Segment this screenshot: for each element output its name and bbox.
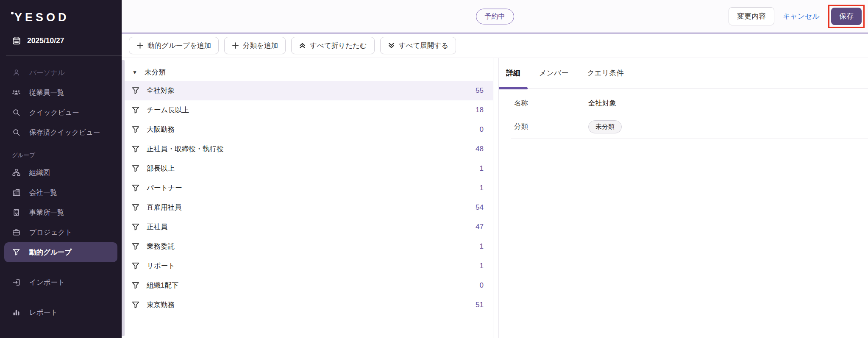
group-row[interactable]: サポート 1 <box>125 256 493 276</box>
plus-icon <box>232 42 239 49</box>
sidebar-item-quick-view[interactable]: クイックビュー <box>0 103 122 122</box>
group-row[interactable]: 正社員・取締役・執行役 48 <box>125 139 493 159</box>
groups-toolbar: 動的グループを追加 分類を追加 すべて折りたたむ すべて展開する <box>122 33 868 58</box>
sidebar-item-offices[interactable]: 事業所一覧 <box>0 202 122 222</box>
search-icon <box>12 108 21 117</box>
detail-fields: 名称 全社対象 分類 未分類 <box>499 89 868 139</box>
date-picker[interactable]: 2025/10/27 <box>0 36 122 45</box>
group-name: チーム長以上 <box>147 105 189 115</box>
group-name: 大阪勤務 <box>147 125 175 134</box>
chevrons-up-icon <box>299 42 306 49</box>
funnel-icon <box>131 144 140 154</box>
collapse-all-button[interactable]: すべて折りたたむ <box>291 37 375 54</box>
category-badge: 未分類 <box>588 120 622 133</box>
status-badge: 予約中 <box>476 8 514 24</box>
tab-query-conditions[interactable]: クエリ条件 <box>580 58 631 89</box>
main-area: 予約中 変更内容 キャンセル 保存 動的グループを追加 分類を追加 すべて折りた… <box>122 0 868 338</box>
tab-details[interactable]: 詳細 <box>499 58 528 89</box>
panel-splitter[interactable] <box>493 58 499 338</box>
funnel-icon <box>12 248 21 257</box>
group-count: 1 <box>480 262 484 270</box>
group-row[interactable]: 大阪勤務 0 <box>125 120 493 139</box>
top-bar: 予約中 変更内容 キャンセル 保存 <box>122 0 868 33</box>
group-row[interactable]: 組織1配下 0 <box>125 276 493 295</box>
sidebar-item-dynamic-groups[interactable]: 動的グループ <box>4 242 117 262</box>
bar-chart-icon <box>12 308 21 317</box>
content-split: ▼ 未分類 全社対象 55 チーム長以上 18 大阪勤務 0 <box>122 58 868 338</box>
sidebar-item-label: プロジェクト <box>29 228 72 237</box>
sidebar-nav: パーソナル 従業員一覧 クイックビュー 保存済クイ <box>0 63 122 322</box>
funnel-icon <box>131 125 140 134</box>
group-row[interactable]: 正社員 47 <box>125 217 493 237</box>
category-header-uncategorized[interactable]: ▼ 未分類 <box>125 64 493 81</box>
group-count: 51 <box>476 301 484 309</box>
logo-text: YESOD <box>14 11 70 24</box>
sidebar-item-import[interactable]: インポート <box>0 272 122 292</box>
group-count: 0 <box>480 281 484 290</box>
funnel-icon <box>131 242 140 251</box>
group-row[interactable]: パートナー 1 <box>125 178 493 198</box>
cancel-link[interactable]: キャンセル <box>783 11 820 21</box>
group-row[interactable]: 部長以上 1 <box>125 159 493 178</box>
sidebar-item-companies[interactable]: 会社一覧 <box>0 183 122 202</box>
sidebar-item-employees[interactable]: 従業員一覧 <box>0 83 122 103</box>
group-count: 54 <box>476 203 484 212</box>
add-dynamic-group-button[interactable]: 動的グループを追加 <box>129 37 219 54</box>
sidebar-item-org-chart[interactable]: 組織図 <box>0 163 122 183</box>
tab-members[interactable]: メンバー <box>532 58 576 89</box>
org-chart-icon <box>12 168 21 177</box>
sidebar: YESOD 2025/10/27 パーソナル 従業員 <box>0 0 122 338</box>
group-count: 0 <box>480 125 484 134</box>
add-category-button[interactable]: 分類を追加 <box>224 37 286 54</box>
sidebar-item-projects[interactable]: プロジェクト <box>0 222 122 242</box>
group-count: 47 <box>476 223 484 231</box>
calendar-icon <box>12 36 21 45</box>
logo-dot-icon <box>11 12 14 14</box>
field-label: 名称 <box>514 99 588 108</box>
funnel-icon <box>131 222 140 232</box>
group-name: 組織1配下 <box>147 281 178 290</box>
group-name: 正社員 <box>147 222 168 232</box>
group-name: 業務委託 <box>147 242 175 251</box>
group-count: 1 <box>480 242 484 251</box>
sidebar-item-label: 動的グループ <box>29 248 72 257</box>
buildings-icon <box>12 188 21 197</box>
expand-all-button[interactable]: すべて展開する <box>380 37 456 54</box>
button-label: 分類を追加 <box>243 41 278 50</box>
sidebar-item-saved-quick-view[interactable]: 保存済クイックビュー <box>0 122 122 142</box>
save-annotation-highlight: 保存 <box>828 5 865 28</box>
group-name: 部長以上 <box>147 164 175 173</box>
group-row[interactable]: 東京勤務 51 <box>125 295 493 315</box>
group-row[interactable]: 直雇用社員 54 <box>125 198 493 217</box>
sidebar-item-label: 従業員一覧 <box>29 88 64 97</box>
field-row-category: 分類 未分類 <box>511 115 868 139</box>
sidebar-item-reports[interactable]: レポート <box>0 302 122 322</box>
funnel-icon <box>131 105 140 115</box>
sidebar-item-label: 事業所一覧 <box>29 208 64 217</box>
group-row[interactable]: 全社対象 55 <box>125 81 493 100</box>
group-row[interactable]: チーム長以上 18 <box>125 100 493 120</box>
funnel-icon <box>131 86 140 95</box>
changes-button[interactable]: 変更内容 <box>729 7 774 25</box>
save-button[interactable]: 保存 <box>831 8 862 25</box>
group-count: 1 <box>480 184 484 192</box>
group-name: 直雇用社員 <box>147 203 182 212</box>
sidebar-item-personal[interactable]: パーソナル <box>0 63 122 83</box>
funnel-icon <box>131 281 140 290</box>
group-name: 東京勤務 <box>147 300 175 310</box>
funnel-icon <box>131 164 140 173</box>
field-row-name: 名称 全社対象 <box>511 92 868 115</box>
app-logo: YESOD <box>0 0 122 24</box>
import-icon <box>12 278 21 287</box>
funnel-icon <box>131 300 140 310</box>
plus-icon <box>136 42 144 49</box>
button-label: 動的グループを追加 <box>147 41 211 50</box>
list-scrollbar[interactable] <box>122 60 125 336</box>
sidebar-item-label: 組織図 <box>29 168 50 177</box>
field-value-name: 全社対象 <box>588 99 616 108</box>
people-icon <box>12 88 21 97</box>
chevrons-down-icon <box>388 42 395 49</box>
group-row[interactable]: 業務委託 1 <box>125 237 493 256</box>
group-name: サポート <box>147 261 175 271</box>
funnel-icon <box>131 203 140 212</box>
